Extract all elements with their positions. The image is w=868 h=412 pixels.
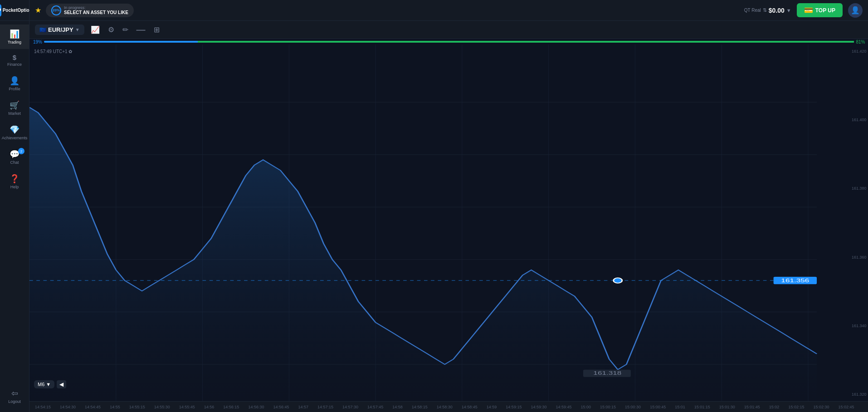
chart-tool-settings[interactable]: ⚙ [106, 24, 116, 36]
ts-3: 14:54:45 [85, 405, 101, 409]
top-bar-right: QT Real ⇅ $0.00 ▼ 💳 TOP UP 👤 [744, 3, 863, 18]
ts-31: 15:01:45 [744, 405, 760, 409]
account-info: QT Real ⇅ $0.00 ▼ [744, 7, 791, 14]
left-sidebar: P PocketOption 📊 Trading $ Finance 👤 Pro… [0, 0, 29, 412]
nav-left-arrow[interactable]: ◀ [57, 380, 66, 388]
ts-33: 15:02:15 [788, 405, 804, 409]
sidebar-label-market: Market [8, 111, 21, 116]
sidebar-item-trading[interactable]: 📊 Trading [0, 25, 29, 49]
topup-icon: 💳 [804, 6, 813, 15]
user-avatar[interactable]: 👤 [848, 3, 863, 18]
sidebar-item-market[interactable]: 🛒 Market [0, 96, 29, 120]
left-progress-label: 19% [33, 39, 42, 44]
ts-29: 15:01:15 [694, 405, 710, 409]
app-name: PocketOption [3, 8, 32, 13]
sidebar-item-achievements[interactable]: 💎 Achievements [0, 120, 29, 145]
price-axis: 161.420 161.400 161.380 161.360 161.340 … [842, 44, 868, 401]
progress-bar-right [198, 41, 854, 43]
account-type: QT Real [744, 8, 761, 13]
sidebar-label-achievements: Achievements [2, 136, 28, 140]
ts-28: 15:01 [675, 405, 685, 409]
ts-24: 15:00 [581, 405, 591, 409]
chart-nav-arrows: ◀ [57, 380, 66, 388]
ts-9: 14:56:15 [223, 405, 239, 409]
market-icon: 🛒 [10, 100, 20, 110]
price-tick-3: 161.380 [844, 186, 867, 191]
price-tick-5: 161.340 [844, 324, 867, 328]
favorite-button[interactable]: ★ [35, 6, 41, 15]
chart-section: 🇪🇺 EUR/JPY ▼ 📈 ⚙ ✏ — ⊞ 19% 81% [29, 21, 868, 412]
progress-indicator[interactable]: 20% In progress: SELECT AN ASSET YOU LIK… [46, 4, 134, 17]
ts-15: 14:57:45 [367, 405, 383, 409]
ts-1: 14:54:15 [35, 405, 51, 409]
balance-display: $0.00 [769, 7, 785, 14]
logout-icon: ⇦ [11, 388, 18, 398]
chart-tool-bar-chart[interactable]: 📈 [89, 24, 102, 36]
chart-area[interactable]: 14:57:49 UTC+1 ✿ [29, 44, 868, 401]
sidebar-item-chat[interactable]: 💬 Chat 2 [0, 145, 29, 169]
app-logo-icon: P [0, 4, 1, 17]
chart-tool-minus[interactable]: — [135, 23, 147, 37]
ts-6: 14:55:30 [154, 405, 170, 409]
sidebar-nav: 📊 Trading $ Finance 👤 Profile 🛒 Market 💎… [0, 21, 29, 384]
chart-tool-grid[interactable]: ⊞ [152, 24, 161, 36]
svg-point-16 [614, 278, 622, 283]
balance-arrow: ⇅ [763, 7, 767, 13]
trading-icon: 📊 [10, 29, 20, 39]
ts-27: 15:00:45 [650, 405, 666, 409]
progress-bars-row: 19% 81% [29, 39, 868, 44]
price-tick-1: 161.420 [844, 49, 867, 54]
help-icon: ❓ [10, 174, 20, 184]
ts-16: 14:58 [392, 405, 403, 409]
price-tick-2: 161.400 [844, 118, 867, 122]
asset-selector[interactable]: 🇪🇺 EUR/JPY ▼ [35, 25, 84, 35]
chart-toolbar: 🇪🇺 EUR/JPY ▼ 📈 ⚙ ✏ — ⊞ [29, 21, 868, 39]
sidebar-label-finance: Finance [7, 62, 22, 67]
ts-26: 15:00:30 [625, 405, 641, 409]
main-content: ★ 20% In progress: SELECT AN ASSET YOU L… [29, 0, 868, 412]
ts-8: 14:56 [204, 405, 215, 409]
top-bar: ★ 20% In progress: SELECT AN ASSET YOU L… [29, 0, 868, 21]
topup-button[interactable]: 💳 TOP UP [797, 3, 843, 17]
asset-name: EUR/JPY [48, 26, 73, 33]
ts-25: 15:00:15 [600, 405, 616, 409]
chart-info-overlay: 14:57:49 UTC+1 ✿ [34, 49, 72, 54]
sidebar-item-help[interactable]: ❓ Help [0, 169, 29, 194]
chart-svg: 161.356 161.318 [29, 44, 868, 401]
chart-tool-pencil[interactable]: ✏ [121, 24, 130, 36]
asset-dropdown-arrow: ▼ [75, 27, 80, 32]
ts-11: 14:56:45 [273, 405, 289, 409]
logo-area[interactable]: P PocketOption [0, 0, 29, 21]
chart-container: 🇪🇺 EUR/JPY ▼ 📈 ⚙ ✏ — ⊞ 19% 81% [29, 21, 868, 412]
ts-12: 14:57 [298, 405, 308, 409]
price-tick-4: 161.360 [844, 255, 867, 260]
ts-17: 14:58:15 [412, 405, 428, 409]
ts-5: 14:55:15 [129, 405, 145, 409]
sidebar-label-profile: Profile [9, 87, 20, 91]
chart-timestamp: 14:57:49 UTC+1 ✿ [34, 49, 72, 54]
sidebar-item-logout[interactable]: ⇦ Logout [0, 384, 29, 408]
ts-22: 14:59:30 [531, 405, 546, 409]
svg-text:161.356: 161.356 [781, 278, 809, 283]
ts-34: 15:02:30 [813, 405, 829, 409]
sidebar-item-finance[interactable]: $ Finance [0, 49, 29, 71]
price-tick-6: 161.320 [844, 392, 867, 397]
sidebar-item-profile[interactable]: 👤 Profile [0, 71, 29, 96]
right-progress-label: 81% [856, 39, 865, 44]
progress-text: In progress: SELECT AN ASSET YOU LIKE [64, 5, 128, 15]
sidebar-bottom: ⇦ Logout [0, 384, 29, 412]
ts-13: 14:57:15 [317, 405, 333, 409]
ts-30: 15:01:30 [719, 405, 735, 409]
topup-label: TOP UP [815, 7, 835, 14]
progress-bar-left [44, 41, 198, 43]
dropdown-arrow: ▼ [786, 8, 791, 13]
svg-text:161.318: 161.318 [593, 371, 621, 376]
timestamp-bar: 14:54:15 14:54:30 14:54:45 14:55 14:55:1… [29, 401, 868, 412]
profile-icon: 👤 [10, 76, 20, 86]
timeframe-button[interactable]: M6 ▼ [34, 380, 54, 388]
progress-circle: 20% [51, 5, 61, 15]
finance-icon: $ [13, 54, 16, 61]
ts-20: 14:59 [487, 405, 497, 409]
ts-21: 14:59:15 [506, 405, 522, 409]
ts-23: 14:59:45 [556, 405, 571, 409]
